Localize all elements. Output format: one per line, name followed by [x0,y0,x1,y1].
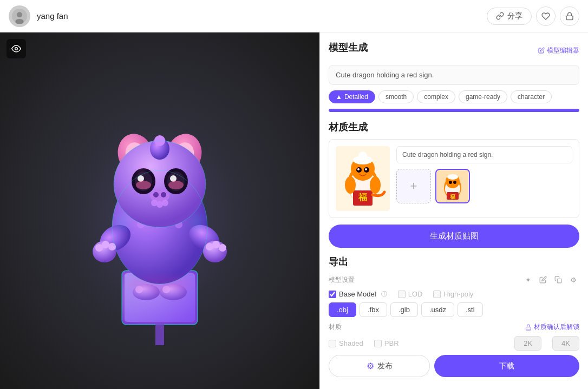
high-poly-checkbox[interactable]: High-poly [433,290,473,298]
tag-detailed[interactable]: ▲Detailed [329,90,375,103]
svg-rect-84 [526,327,531,330]
tag-complex[interactable]: complex [417,90,455,103]
svg-point-44 [153,192,159,197]
bottom-actions: ⚙ 发布 下载 [329,355,579,377]
header-actions: 分享 [487,6,579,26]
svg-point-48 [162,200,168,206]
material-right: Cute dragon holding a red sign. + 福 [396,146,572,203]
main: 模型生成 模型编辑器 Cute dragon holding a red sig… [0,32,588,389]
material-gen-title: 材质生成 [329,121,579,134]
model-render [0,32,319,389]
tag-character[interactable]: character [511,90,552,103]
format-glb[interactable]: .glb [390,302,418,317]
svg-point-55 [114,214,130,230]
tags-row: ▲Detailed smooth complex game-ready char… [329,90,579,103]
tag-game-ready[interactable]: game-ready [459,90,507,103]
model-type-row: Base Model ⓘ LOD High-poly [329,290,579,298]
svg-point-81 [449,181,452,184]
pbr-input[interactable] [374,340,382,347]
material-images-row: + 福 [396,169,572,203]
svg-point-1 [17,12,22,17]
editor-link[interactable]: 模型编辑器 [538,46,579,55]
settings-icon[interactable]: ⚙ [567,274,579,286]
material-type-row: Shaded PBR 2K 4K [329,336,579,351]
svg-point-57 [136,163,145,172]
model-settings-label: 模型设置 [329,275,355,285]
svg-point-67 [358,151,367,160]
material-card: 福 [329,139,579,218]
high-poly-input[interactable] [433,291,441,298]
svg-point-38 [136,181,151,189]
edit-icon[interactable] [537,274,549,286]
material-image-thumb[interactable]: 福 [435,169,470,203]
username: yang fan [37,11,480,21]
svg-point-80 [447,174,458,180]
tag-smooth[interactable]: smooth [378,90,414,103]
svg-point-56 [190,214,206,230]
shaded-input[interactable] [329,340,336,347]
base-model-input[interactable] [329,291,336,298]
svg-point-15 [95,244,103,252]
format-stl[interactable]: .stl [458,302,483,317]
share-button[interactable]: 分享 [487,8,532,25]
svg-point-45 [161,192,166,197]
viewer-bg [0,32,319,389]
lod-checkbox[interactable]: LOD [398,290,423,298]
download-button[interactable]: 下载 [434,355,579,377]
shaded-checkbox[interactable]: Shaded [329,339,363,347]
svg-rect-3 [566,16,573,19]
progress-bar [329,109,579,112]
res-4k-button[interactable]: 4K [552,336,579,351]
svg-text:福: 福 [358,192,367,202]
res-2k-button[interactable]: 2K [514,336,541,351]
avatar [9,5,30,27]
svg-point-73 [370,176,381,194]
svg-point-58 [127,276,192,292]
lock-button[interactable] [560,6,579,26]
move-icon[interactable]: ✦ [522,274,534,286]
svg-rect-9 [155,324,164,345]
material-export-label: 材质 [329,322,342,332]
svg-point-16 [102,241,109,248]
right-panel: 模型生成 模型编辑器 Cute dragon holding a red sig… [319,32,588,389]
model-settings-icons: ✦ ⚙ [522,274,579,286]
svg-point-21 [212,241,220,248]
format-fbx[interactable]: .fbx [360,302,387,317]
model-prompt: Cute dragon holding a red sign. [329,65,579,85]
add-image-button[interactable]: + [396,169,431,203]
format-row: .obj .fbx .glb .usdz .stl [329,302,579,317]
publish-button[interactable]: ⚙ 发布 [329,355,430,377]
material-thumbnail: 福 [336,146,390,211]
material-prompt-box: Cute dragon holding a red sign. [396,146,572,163]
eye-button[interactable] [6,39,26,58]
generate-material-button[interactable]: 生成材质贴图 [329,225,579,248]
svg-point-42 [168,181,184,189]
base-model-checkbox[interactable]: Base Model ⓘ [329,290,387,298]
svg-point-22 [219,244,226,252]
progress-fill [329,109,579,112]
viewer-panel [0,32,319,389]
svg-text:福: 福 [449,194,455,200]
pbr-checkbox[interactable]: PBR [374,339,399,347]
svg-point-70 [357,168,360,170]
unlock-link[interactable]: 材质确认后解锁 [525,322,579,332]
like-button[interactable] [536,6,556,26]
svg-point-71 [365,168,367,170]
svg-point-82 [453,181,456,184]
model-gen-header: 模型生成 模型编辑器 [329,41,579,60]
lod-input[interactable] [398,291,406,298]
model-settings-row: 模型设置 ✦ ⚙ [329,274,579,286]
svg-point-4 [15,48,18,50]
svg-rect-83 [557,279,561,283]
copy-icon[interactable] [552,274,564,286]
model-gen-title: 模型生成 [329,41,368,54]
export-title: 导出 [329,255,579,268]
material-export-row: 材质 材质确认后解锁 [329,322,579,332]
svg-point-20 [206,243,213,250]
header: yang fan 分享 [0,0,588,32]
format-usdz[interactable]: .usdz [421,302,454,317]
share-label: 分享 [507,11,522,21]
format-obj[interactable]: .obj [329,302,356,317]
svg-point-72 [345,176,356,194]
